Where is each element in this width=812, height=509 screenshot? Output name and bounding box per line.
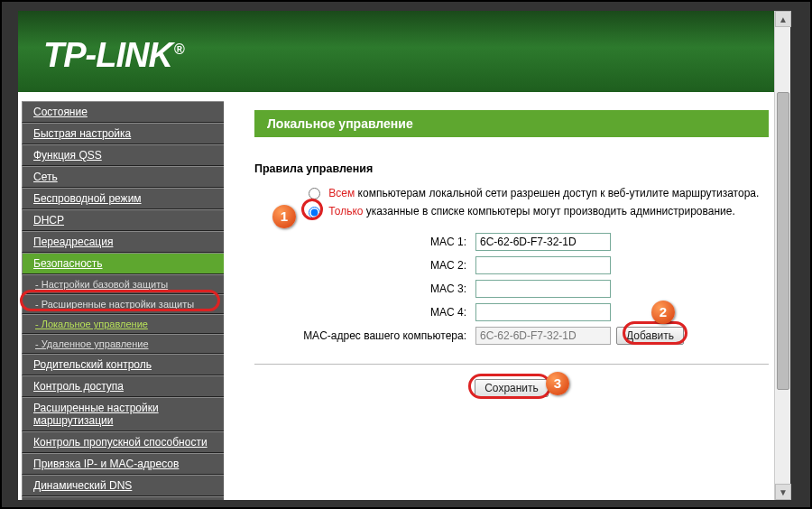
radio-only-prefix: Только bbox=[328, 205, 363, 217]
your-mac-input bbox=[475, 327, 611, 345]
scrollbar-vertical[interactable]: ▲ ▼ bbox=[774, 11, 790, 500]
sidebar-item-dhcp[interactable]: DHCP bbox=[22, 209, 224, 231]
sidebar-sub-advanced-security[interactable]: - Расширенные настройки защиты bbox=[22, 294, 224, 314]
sidebar-item-routing[interactable]: Расширенные настройки маршрутизации bbox=[22, 397, 224, 431]
sidebar-item-system-tools[interactable]: Системные инструменты bbox=[22, 496, 224, 500]
sidebar-item-security[interactable]: Безопасность bbox=[22, 253, 224, 274]
sidebar-item-wireless[interactable]: Беспроводной режим bbox=[22, 188, 224, 209]
divider bbox=[254, 364, 769, 365]
your-mac-label: MAC-адрес вашего компьютера: bbox=[254, 329, 475, 342]
radio-row-only: Только указанные в списке компьютеры мог… bbox=[254, 202, 769, 220]
sidebar-sub-remote-management[interactable]: - Удаленное управление bbox=[22, 334, 224, 354]
mac1-label: MAC 1: bbox=[254, 236, 475, 248]
sidebar-item-bandwidth[interactable]: Контроль пропускной способности bbox=[22, 431, 224, 453]
sidebar-sub-local-management[interactable]: - Локальное управление bbox=[22, 314, 224, 334]
mac2-label: MAC 2: bbox=[254, 259, 475, 272]
sidebar-item-network[interactable]: Сеть bbox=[22, 166, 224, 188]
content-area: Локальное управление Правила управления … bbox=[227, 92, 790, 500]
sidebar-item-access-control[interactable]: Контроль доступа bbox=[22, 375, 224, 397]
radio-only-text: указанные в списке компьютеры могут прои… bbox=[363, 205, 734, 217]
mac4-label: MAC 4: bbox=[254, 306, 475, 319]
radio-only[interactable] bbox=[309, 207, 320, 218]
scroll-down-arrow[interactable]: ▼ bbox=[775, 484, 791, 500]
sidebar: Состояние Быстрая настройка Функция QSS … bbox=[18, 92, 227, 500]
add-button[interactable]: Добавить bbox=[616, 327, 684, 345]
mac1-input[interactable] bbox=[475, 233, 611, 251]
scroll-thumb[interactable] bbox=[777, 92, 789, 390]
mac3-label: MAC 3: bbox=[254, 282, 475, 295]
sidebar-sub-basic-security[interactable]: - Настройки базовой защиты bbox=[22, 274, 224, 294]
page-title: Локальное управление bbox=[254, 110, 769, 137]
radio-row-all: Всем компьютерам локальной сети разрешен… bbox=[254, 184, 769, 202]
sidebar-item-quick-setup[interactable]: Быстрая настройка bbox=[22, 123, 224, 144]
sidebar-item-ip-mac-binding[interactable]: Привязка IP- и MAC-адресов bbox=[22, 453, 224, 475]
sidebar-item-forwarding[interactable]: Переадресация bbox=[22, 231, 224, 253]
section-heading: Правила управления bbox=[254, 162, 769, 177]
sidebar-item-status[interactable]: Состояние bbox=[22, 101, 224, 123]
mac4-input[interactable] bbox=[475, 303, 611, 321]
header: TP-LINK® bbox=[18, 11, 790, 92]
radio-all-prefix: Всем bbox=[328, 187, 355, 199]
mac3-input[interactable] bbox=[475, 280, 611, 298]
radio-all[interactable] bbox=[309, 188, 320, 199]
sidebar-item-ddns[interactable]: Динамический DNS bbox=[22, 475, 224, 496]
save-button[interactable]: Сохранить bbox=[475, 379, 549, 397]
mac2-input[interactable] bbox=[475, 256, 611, 274]
sidebar-item-qss[interactable]: Функция QSS bbox=[22, 144, 224, 166]
badge-3: 3 bbox=[546, 372, 569, 395]
scroll-up-arrow[interactable]: ▲ bbox=[775, 11, 791, 27]
radio-all-text: компьютерам локальной сети разрешен дост… bbox=[355, 187, 759, 199]
brand-logo: TP-LINK® bbox=[43, 36, 184, 74]
sidebar-item-parental[interactable]: Родительский контроль bbox=[22, 354, 224, 375]
